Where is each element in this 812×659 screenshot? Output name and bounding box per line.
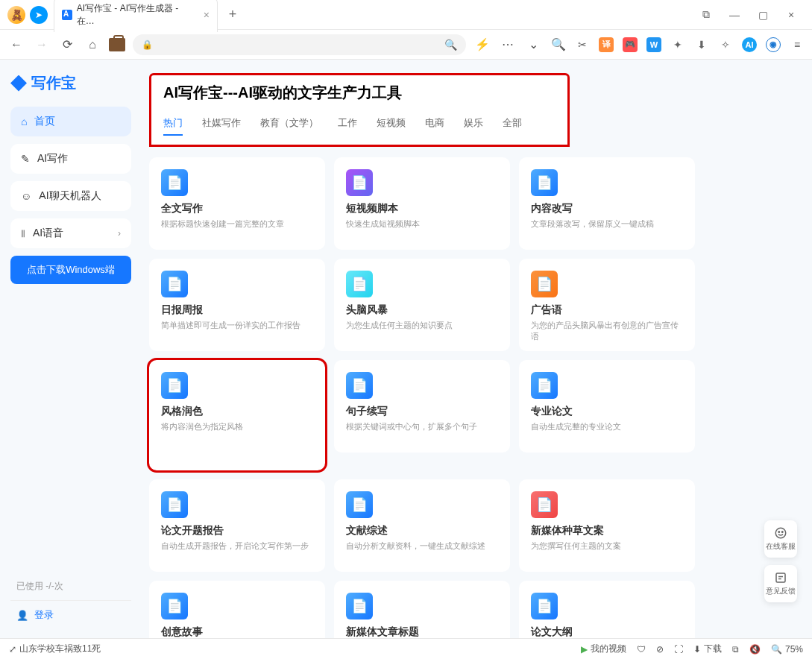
nav-label: AI写作 xyxy=(37,152,68,165)
my-video-button[interactable]: ▶我的视频 xyxy=(581,643,626,655)
login-label: 登录 xyxy=(34,608,54,622)
category-tab[interactable]: 教育（文学） xyxy=(260,116,318,136)
mute-icon[interactable]: 🔇 xyxy=(749,644,761,655)
avatar-icon[interactable]: 🧸 xyxy=(7,6,25,24)
category-tab[interactable]: 工作 xyxy=(338,116,357,136)
pip-icon[interactable]: ⧉ xyxy=(732,644,739,655)
category-tab[interactable]: 娱乐 xyxy=(464,116,483,136)
card-title: 广告语 xyxy=(531,303,683,317)
card-desc: 根据关键词或中心句，扩展多个句子 xyxy=(346,421,498,432)
capture-icon[interactable]: ⛶ xyxy=(674,644,683,655)
scissors-icon[interactable]: ✂ xyxy=(575,37,590,52)
nav-ai-chat[interactable]: ☺ AI聊天机器人 xyxy=(10,181,131,211)
home-button[interactable]: ⌂ xyxy=(84,36,101,54)
nav-home[interactable]: ⌂ 首页 xyxy=(10,107,131,136)
tab-title: AI写作宝 - AI写作生成器 - 在… xyxy=(77,2,196,28)
extension-icon[interactable]: ✦ xyxy=(670,37,685,52)
star-icon[interactable]: ✧ xyxy=(718,37,733,52)
bolt-icon[interactable]: ⚡ xyxy=(473,36,491,54)
feedback-button[interactable]: 意见反馈 xyxy=(764,565,797,602)
news-ticker[interactable]: ⤢ 山东学校车祸致11死 xyxy=(9,643,101,655)
search-button[interactable]: 🔍 xyxy=(550,36,567,54)
url-input[interactable]: 🔒 🔍 xyxy=(133,34,466,55)
news-text: 山东学校车祸致11死 xyxy=(19,643,101,655)
card-title: 全文写作 xyxy=(161,202,313,215)
tool-card[interactable]: 📄 论文开题报告 自动生成开题报告，开启论文写作第一步 xyxy=(149,479,325,572)
browser-tab[interactable]: AI写作宝 - AI写作生成器 - 在… × xyxy=(54,0,218,32)
new-tab-button[interactable]: + xyxy=(222,4,243,25)
word-icon[interactable]: W xyxy=(646,37,661,52)
forward-button[interactable]: → xyxy=(33,36,51,54)
nav-ai-voice[interactable]: ⦀ AI语音 › xyxy=(10,218,131,248)
window-close-icon[interactable]: × xyxy=(782,6,800,24)
content: AI写作宝---AI驱动的文字生产力工具 热门社媒写作教育（文学）工作短视频电商… xyxy=(142,60,812,638)
user-icon: 👤 xyxy=(16,610,28,621)
tool-card[interactable]: 📄 头脑风暴 为您生成任何主题的知识要点 xyxy=(334,259,510,351)
tool-card[interactable]: 📄 广告语 为您的产品头脑风暴出有创意的广告宣传语 xyxy=(519,259,695,351)
customer-service-button[interactable]: 在线客服 xyxy=(764,520,797,558)
download-windows-button[interactable]: 点击下载Windows端 xyxy=(10,256,131,284)
card-title: 论文大纲 xyxy=(531,625,683,638)
tool-card[interactable]: 📄 风格润色 将内容润色为指定风格 xyxy=(149,360,325,470)
tool-card[interactable]: 📄 论文大纲 根据论文题目和关键词生成论文大纲 xyxy=(519,581,695,638)
window-minimize-icon[interactable]: — xyxy=(726,6,743,24)
tool-card[interactable]: 📄 内容改写 文章段落改写，保留原义一键成稿 xyxy=(519,157,695,250)
card-icon: 📄 xyxy=(161,169,188,196)
nav-ai-write[interactable]: ✎ AI写作 xyxy=(10,144,131,174)
sidebar: 写作宝 ⌂ 首页 ✎ AI写作 ☺ AI聊天机器人 ⦀ AI语音 › 点击下载W… xyxy=(0,60,142,638)
tool-card[interactable]: 📄 日报周报 简单描述即可生成一份详实的工作报告 xyxy=(149,259,325,351)
tool-card[interactable]: 📄 新媒体文章标题 输入关键词生成引人入胜的文章标题 xyxy=(334,581,510,638)
card-icon: 📄 xyxy=(346,491,373,518)
download-icon[interactable]: ⬇ xyxy=(694,37,709,52)
card-title: 文献综述 xyxy=(346,524,498,537)
card-icon: 📄 xyxy=(161,491,188,518)
logo-text: 写作宝 xyxy=(31,73,76,93)
menu-icon[interactable]: ≡ xyxy=(790,37,805,52)
nav-label: 首页 xyxy=(34,115,55,128)
tool-card[interactable]: 📄 全文写作 根据标题快速创建一篇完整的文章 xyxy=(149,157,325,250)
tool-card[interactable]: 📄 新媒体种草文案 为您撰写任何主题的文案 xyxy=(519,479,695,572)
globe-icon[interactable]: ◉ xyxy=(766,37,781,52)
logo[interactable]: 写作宝 xyxy=(10,73,131,93)
back-button[interactable]: ← xyxy=(7,36,25,54)
window-maximize-icon[interactable]: ▢ xyxy=(754,6,772,24)
tool-card[interactable]: 📄 创意故事 帮你续写创意故事 xyxy=(149,581,325,638)
game-icon[interactable]: 🎮 xyxy=(623,37,638,52)
category-tab[interactable]: 热门 xyxy=(163,116,183,136)
chevron-down-icon[interactable]: ⌄ xyxy=(524,36,542,54)
svg-rect-3 xyxy=(776,573,785,582)
login-button[interactable]: 👤 登录 xyxy=(10,601,131,629)
nav-label: AI语音 xyxy=(33,227,63,240)
shield-icon[interactable]: 🛡 xyxy=(637,644,646,655)
category-tab[interactable]: 社媒写作 xyxy=(202,116,241,136)
ai-icon[interactable]: AI xyxy=(742,37,757,52)
block-icon[interactable]: ⊘ xyxy=(656,644,664,655)
tool-card[interactable]: 📄 文献综述 自动分析文献资料，一键生成文献综述 xyxy=(334,479,510,572)
reload-button[interactable]: ⟳ xyxy=(58,36,76,54)
card-icon: 📄 xyxy=(161,372,188,399)
more-icon[interactable]: ⋯ xyxy=(499,36,517,54)
window-pip-icon[interactable]: ⧉ xyxy=(697,6,715,24)
tab-close-icon[interactable]: × xyxy=(204,9,210,21)
zoom-status[interactable]: 🔍75% xyxy=(771,644,803,655)
download-status[interactable]: ⬇下载 xyxy=(693,643,722,655)
tool-card[interactable]: 📄 短视频脚本 快速生成短视频脚本 xyxy=(334,157,510,250)
tool-card[interactable]: 📄 专业论文 自动生成完整的专业论文 xyxy=(519,360,695,453)
translate-icon[interactable]: 译 xyxy=(599,37,614,52)
title-bar: 🧸 ➤ AI写作宝 - AI写作生成器 - 在… × + ⧉ — ▢ × xyxy=(0,0,812,30)
lock-icon: 🔒 xyxy=(142,40,153,50)
address-bar: ← → ⟳ ⌂ 🔒 🔍 ⚡ ⋯ ⌄ 🔍 ✂ 译 🎮 W ✦ ⬇ ✧ AI ◉ ≡ xyxy=(0,30,812,60)
category-tab[interactable]: 短视频 xyxy=(377,116,406,136)
telegram-icon[interactable]: ➤ xyxy=(30,6,48,24)
nav-label: AI聊天机器人 xyxy=(39,189,101,203)
card-desc: 自动生成开题报告，开启论文写作第一步 xyxy=(161,540,313,552)
svg-point-2 xyxy=(782,532,784,533)
category-tab[interactable]: 全部 xyxy=(503,116,522,136)
tool-card[interactable]: 📄 句子续写 根据关键词或中心句，扩展多个句子 xyxy=(334,360,510,453)
suitcase-icon[interactable] xyxy=(109,38,125,51)
card-icon: 📄 xyxy=(531,491,558,518)
card-desc: 将内容润色为指定风格 xyxy=(161,421,313,432)
category-tab[interactable]: 电商 xyxy=(425,116,444,136)
card-title: 短视频脚本 xyxy=(346,202,498,215)
card-title: 新媒体文章标题 xyxy=(346,625,498,638)
